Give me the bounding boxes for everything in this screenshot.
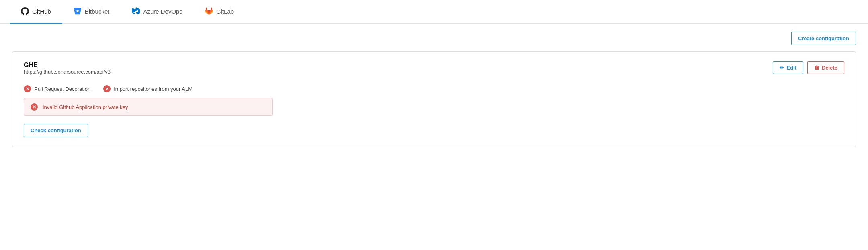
tab-github-label: GitHub <box>32 8 51 15</box>
tab-bitbucket-label: Bitbucket <box>85 8 110 15</box>
delete-label: Delete <box>822 65 837 71</box>
gitlab-icon <box>205 7 213 15</box>
tab-azure[interactable]: Azure DevOps <box>121 0 194 24</box>
tab-gitlab-label: GitLab <box>216 8 234 15</box>
tab-azure-label: Azure DevOps <box>143 8 182 15</box>
card-actions: Edit Delete <box>773 61 844 74</box>
main-content: Create configuration GHE https://github.… <box>0 24 868 155</box>
status-pull-request: ✕ Pull Request Decoration <box>24 85 90 92</box>
error-box: ✕ Invalid Github Application private key <box>24 98 273 116</box>
azure-devops-icon <box>132 7 140 15</box>
import-repos-label: Import repositories from your ALM <box>114 86 192 92</box>
tab-bitbucket[interactable]: Bitbucket <box>62 0 121 24</box>
pencil-icon <box>780 65 784 71</box>
status-import-repos: ✕ Import repositories from your ALM <box>103 85 192 92</box>
top-actions-bar: Create configuration <box>12 32 856 45</box>
configuration-card: GHE https://github.sonarsource.com/api/v… <box>12 51 856 147</box>
edit-button[interactable]: Edit <box>773 61 803 74</box>
check-configuration-button[interactable]: Check configuration <box>24 124 88 137</box>
github-icon <box>21 7 29 15</box>
card-title: GHE <box>24 61 111 69</box>
tabs-bar: GitHub Bitbucket Azure DevOps GitLab <box>0 0 868 24</box>
card-header: GHE https://github.sonarsource.com/api/v… <box>24 61 844 82</box>
error-box-icon: ✕ <box>31 103 38 111</box>
edit-label: Edit <box>786 65 796 71</box>
pull-request-label: Pull Request Decoration <box>34 86 90 92</box>
pull-request-error-icon: ✕ <box>24 85 31 92</box>
tab-gitlab[interactable]: GitLab <box>194 0 245 24</box>
tab-github[interactable]: GitHub <box>10 0 62 24</box>
import-repos-error-icon: ✕ <box>103 85 111 92</box>
error-message: Invalid Github Application private key <box>43 104 128 110</box>
trash-icon <box>814 65 819 71</box>
bitbucket-icon <box>74 7 82 15</box>
create-configuration-button[interactable]: Create configuration <box>791 32 856 45</box>
card-url: https://github.sonarsource.com/api/v3 <box>24 69 111 75</box>
card-title-section: GHE https://github.sonarsource.com/api/v… <box>24 61 111 82</box>
status-row: ✕ Pull Request Decoration ✕ Import repos… <box>24 85 844 92</box>
delete-button[interactable]: Delete <box>807 61 844 74</box>
